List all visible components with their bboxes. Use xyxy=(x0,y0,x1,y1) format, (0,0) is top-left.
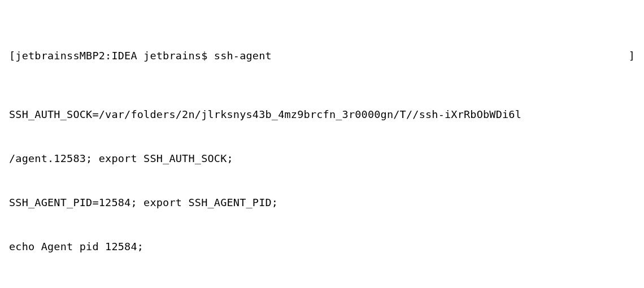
bracket-close: ] xyxy=(629,49,635,63)
bracket-open: [ xyxy=(9,50,15,62)
output-agent-pid: SSH_AGENT_PID=12584; export SSH_AGENT_PI… xyxy=(9,195,635,210)
command-ssh-agent: ssh-agent xyxy=(214,50,272,62)
prompt-line-1: [jetbrainssMBP2:IDEA jetbrains$ ssh-agen… xyxy=(9,49,635,63)
prompt: jetbrainssMBP2:IDEA jetbrains$ xyxy=(15,50,214,62)
terminal-session[interactable]: [jetbrainssMBP2:IDEA jetbrains$ ssh-agen… xyxy=(0,0,644,288)
output-auth-sock-1: SSH_AUTH_SOCK=/var/folders/2n/jlrksnys43… xyxy=(9,107,635,122)
output-auth-sock-2: /agent.12583; export SSH_AUTH_SOCK; xyxy=(9,151,635,166)
output-echo-pid: echo Agent pid 12584; xyxy=(9,239,635,254)
